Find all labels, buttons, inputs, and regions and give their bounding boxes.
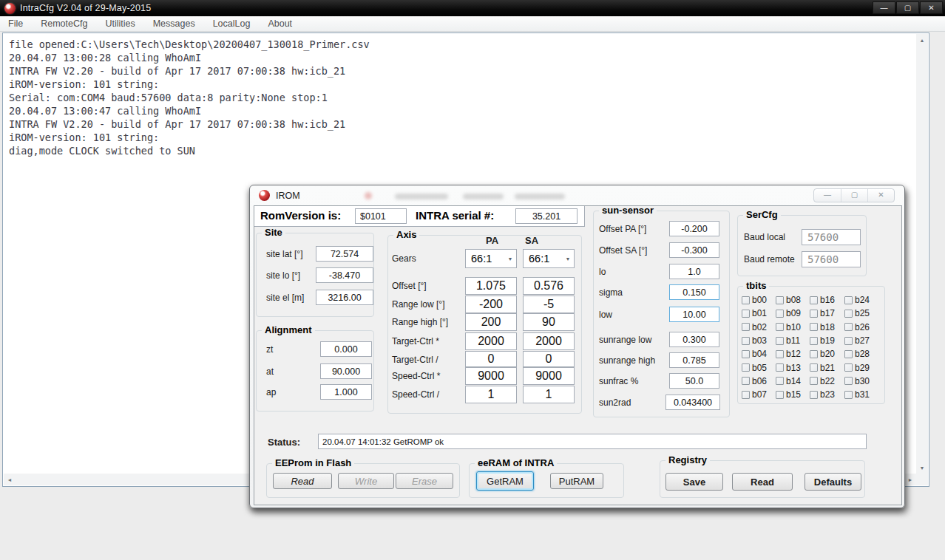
ap-input[interactable] xyxy=(320,384,372,400)
speed-ctrl-div-sa-input[interactable] xyxy=(523,386,575,403)
checkbox-icon[interactable] xyxy=(776,323,784,331)
speed-ctrl-mul-sa-input[interactable] xyxy=(523,367,575,385)
range-high-pa-input[interactable] xyxy=(465,313,517,331)
tbit-b00[interactable]: b00 xyxy=(742,293,776,307)
tbit-b17[interactable]: b17 xyxy=(810,307,844,320)
tbit-b26[interactable]: b26 xyxy=(844,321,880,334)
menu-remotecfg[interactable]: RemoteCfg xyxy=(34,17,94,30)
checkbox-icon[interactable] xyxy=(742,310,750,318)
tbit-b01[interactable]: b01 xyxy=(742,307,776,320)
scroll-left-icon[interactable]: ◄ xyxy=(4,474,16,485)
tbit-b31[interactable]: b31 xyxy=(844,388,880,401)
menu-messages[interactable]: Messages xyxy=(146,17,202,30)
checkbox-icon[interactable] xyxy=(810,391,818,399)
tbit-b22[interactable]: b22 xyxy=(810,375,844,388)
checkbox-icon[interactable] xyxy=(776,337,784,345)
target-ctrl-div-pa-input[interactable] xyxy=(465,351,517,367)
checkbox-icon[interactable] xyxy=(776,310,784,318)
sun-offset-pa-input[interactable] xyxy=(669,221,719,236)
tbit-b13[interactable]: b13 xyxy=(776,361,810,374)
chevron-down-icon[interactable]: ▼ xyxy=(504,256,516,262)
checkbox-icon[interactable] xyxy=(810,323,818,331)
target-ctrl-div-sa-input[interactable] xyxy=(523,351,575,367)
chevron-down-icon[interactable]: ▼ xyxy=(562,256,574,262)
registry-defaults-button[interactable]: Defaults xyxy=(805,473,861,491)
site-el-input[interactable] xyxy=(316,290,373,305)
tbit-b16[interactable]: b16 xyxy=(810,293,844,307)
dialog-maximize-icon[interactable]: ▢ xyxy=(841,189,867,202)
checkbox-icon[interactable] xyxy=(742,377,750,385)
checkbox-icon[interactable] xyxy=(810,363,818,372)
checkbox-icon[interactable] xyxy=(844,337,853,345)
sun-sigma-input[interactable] xyxy=(669,284,719,300)
speed-ctrl-div-pa-input[interactable] xyxy=(465,386,517,403)
site-lat-input[interactable] xyxy=(316,246,373,262)
rom-version-input[interactable] xyxy=(355,208,407,224)
target-ctrl-mul-sa-input[interactable] xyxy=(523,332,575,350)
checkbox-icon[interactable] xyxy=(742,323,750,331)
tbit-b08[interactable]: b08 xyxy=(776,293,810,307)
checkbox-icon[interactable] xyxy=(844,391,853,399)
baud-remote-input[interactable] xyxy=(802,251,861,267)
tbit-b28[interactable]: b28 xyxy=(844,347,880,361)
checkbox-icon[interactable] xyxy=(810,310,818,318)
tbit-b15[interactable]: b15 xyxy=(776,388,810,401)
checkbox-icon[interactable] xyxy=(776,363,784,372)
range-low-sa-input[interactable] xyxy=(523,296,575,313)
target-ctrl-mul-pa-input[interactable] xyxy=(465,332,517,350)
range-high-sa-input[interactable] xyxy=(523,313,575,331)
tbit-b11[interactable]: b11 xyxy=(776,334,810,347)
speed-ctrl-mul-pa-input[interactable] xyxy=(465,367,517,385)
close-icon[interactable]: ✕ xyxy=(920,1,943,14)
tbit-b24[interactable]: b24 xyxy=(844,293,880,307)
offset-sa-input[interactable] xyxy=(523,277,575,295)
zt-input[interactable] xyxy=(320,341,372,357)
scroll-up-icon[interactable]: ▲ xyxy=(916,34,928,46)
checkbox-icon[interactable] xyxy=(810,350,818,358)
tbit-b29[interactable]: b29 xyxy=(844,361,880,374)
checkbox-icon[interactable] xyxy=(742,391,750,399)
eeprom-read-button[interactable]: Read xyxy=(273,473,332,489)
sun2rad-input[interactable] xyxy=(665,395,720,410)
checkbox-icon[interactable] xyxy=(844,363,853,372)
gears-sa-select[interactable]: 66:1 ▼ xyxy=(523,249,575,268)
maximize-icon[interactable]: ▢ xyxy=(896,1,919,14)
tbit-b12[interactable]: b12 xyxy=(776,347,810,361)
sun-lo-input[interactable] xyxy=(669,264,719,279)
minimize-icon[interactable]: — xyxy=(873,1,895,14)
dialog-minimize-icon[interactable]: — xyxy=(814,189,841,202)
dialog-close-icon[interactable]: ✕ xyxy=(867,189,894,202)
checkbox-icon[interactable] xyxy=(776,391,784,399)
range-low-pa-input[interactable] xyxy=(465,296,517,313)
checkbox-icon[interactable] xyxy=(844,310,853,318)
tbit-b19[interactable]: b19 xyxy=(810,334,844,347)
offset-pa-input[interactable] xyxy=(465,277,517,295)
tbit-b03[interactable]: b03 xyxy=(742,334,776,347)
checkbox-icon[interactable] xyxy=(810,377,818,385)
checkbox-icon[interactable] xyxy=(742,363,750,372)
getram-button[interactable]: GetRAM xyxy=(476,471,534,491)
status-input[interactable] xyxy=(318,434,867,449)
eeprom-write-button[interactable]: Write xyxy=(338,473,394,489)
putram-button[interactable]: PutRAM xyxy=(550,473,603,489)
site-lo-input[interactable] xyxy=(316,267,373,283)
tbit-b23[interactable]: b23 xyxy=(810,388,844,401)
tbit-b14[interactable]: b14 xyxy=(776,375,810,388)
menu-about[interactable]: About xyxy=(261,17,299,30)
tbit-b18[interactable]: b18 xyxy=(810,321,844,334)
sun-low-input[interactable] xyxy=(669,307,719,322)
baud-local-input[interactable] xyxy=(802,229,861,245)
tbit-b10[interactable]: b10 xyxy=(776,321,810,334)
intra-serial-input[interactable] xyxy=(515,208,578,224)
menu-utilities[interactable]: Utilities xyxy=(98,17,141,30)
checkbox-icon[interactable] xyxy=(844,350,853,358)
tbit-b04[interactable]: b04 xyxy=(742,347,776,361)
registry-save-button[interactable]: Save xyxy=(665,473,723,491)
at-input[interactable] xyxy=(320,363,372,379)
checkbox-icon[interactable] xyxy=(776,296,784,304)
tbit-b07[interactable]: b07 xyxy=(742,388,776,401)
gears-pa-select[interactable]: 66:1 ▼ xyxy=(465,249,517,268)
checkbox-icon[interactable] xyxy=(810,296,818,304)
tbit-b06[interactable]: b06 xyxy=(742,375,776,388)
tbit-b27[interactable]: b27 xyxy=(844,334,880,347)
